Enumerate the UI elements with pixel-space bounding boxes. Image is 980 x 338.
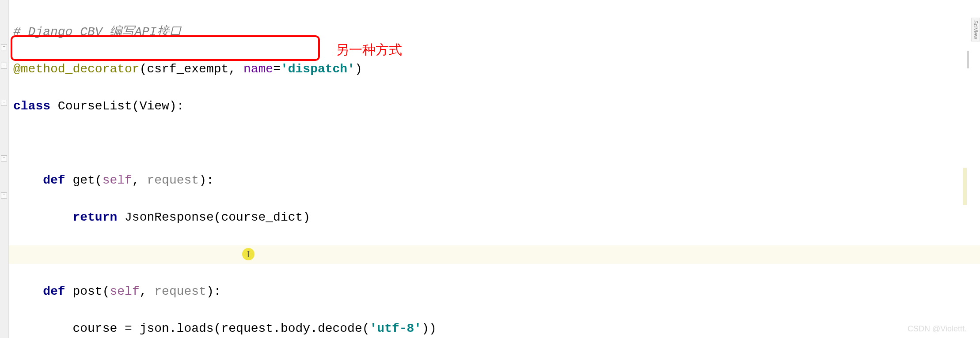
comment-text: # Django CBV 编写API接口 bbox=[13, 25, 182, 39]
code-line-blank bbox=[13, 134, 607, 153]
code-line: def get(self, request): bbox=[13, 171, 607, 190]
code-line: def post(self, request): bbox=[13, 282, 607, 301]
watermark-text: CSDN @Violettt. bbox=[908, 324, 967, 334]
self-param: self bbox=[103, 173, 132, 187]
class-keyword: class bbox=[13, 99, 58, 113]
return-keyword: return bbox=[72, 210, 125, 224]
scrollbar-marker bbox=[967, 51, 969, 68]
def-keyword: def bbox=[43, 285, 72, 298]
fold-marker-icon[interactable] bbox=[1, 100, 7, 106]
fold-marker-icon[interactable] bbox=[1, 155, 7, 161]
annotation-text: 另一种方式 bbox=[336, 41, 402, 59]
class-name: CourseList(View): bbox=[58, 99, 184, 113]
change-marker bbox=[963, 168, 967, 205]
text-cursor-icon: I bbox=[242, 248, 254, 260]
code-line-blank bbox=[13, 245, 607, 264]
def-keyword: def bbox=[43, 173, 72, 187]
code-line: course = json.loads(request.body.decode(… bbox=[13, 319, 607, 338]
code-line: class CourseList(View): bbox=[13, 97, 607, 116]
code-line: @method_decorator(csrf_exempt, name='dis… bbox=[13, 60, 607, 79]
editor-gutter bbox=[0, 0, 9, 338]
fold-marker-icon[interactable] bbox=[1, 44, 7, 50]
method-name: post bbox=[72, 285, 102, 298]
fold-marker-icon[interactable] bbox=[1, 192, 7, 199]
decorator-name: @method_decorator bbox=[13, 62, 140, 76]
sciview-tab[interactable]: SciView bbox=[971, 18, 980, 41]
code-line: # Django CBV 编写API接口 bbox=[13, 23, 607, 41]
self-param: self bbox=[110, 285, 139, 298]
fold-marker-icon[interactable] bbox=[1, 63, 7, 69]
return-expr: JsonResponse(course_dict) bbox=[125, 210, 310, 224]
method-name: get bbox=[72, 173, 95, 187]
code-editor-content[interactable]: # Django CBV 编写API接口 @method_decorator(c… bbox=[13, 4, 607, 338]
code-line: return JsonResponse(course_dict) bbox=[13, 208, 607, 227]
